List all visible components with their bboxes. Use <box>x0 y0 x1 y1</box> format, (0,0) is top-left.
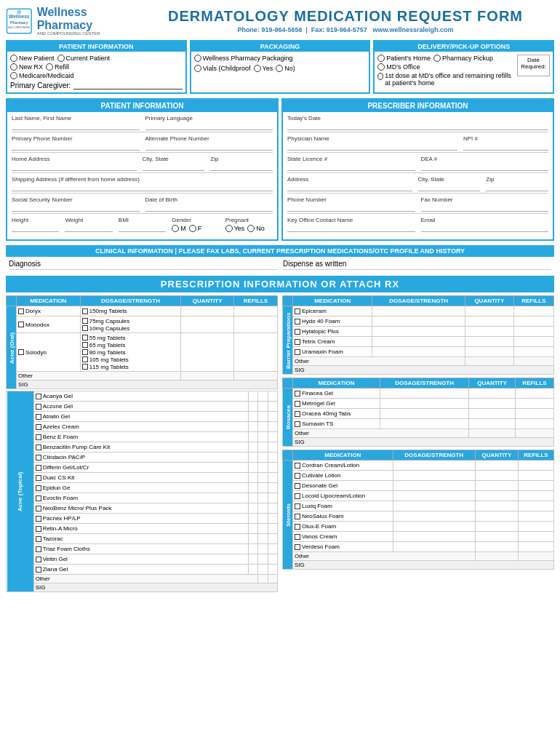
pregnant-no-option[interactable]: No <box>247 225 265 232</box>
azelex-checkbox[interactable] <box>36 424 41 430</box>
alternate-phone-field[interactable]: Alternate Phone Number <box>145 135 273 151</box>
neobenz-checkbox[interactable] <box>36 506 41 511</box>
doryx-checkbox[interactable] <box>18 308 24 314</box>
acanya-dosage[interactable] <box>248 391 257 402</box>
prescriber-city-state-field[interactable]: City, State <box>418 176 481 191</box>
acanya-refills[interactable] <box>268 391 277 402</box>
pregnant-yes-radio[interactable] <box>225 225 233 232</box>
female-radio[interactable] <box>189 225 196 232</box>
luxiq-checkbox[interactable] <box>295 503 300 509</box>
dea-field[interactable]: DEA # <box>421 156 549 171</box>
verdeso-checkbox[interactable] <box>295 544 300 550</box>
solodyn-checkbox[interactable] <box>18 349 24 355</box>
sumaxin-checkbox[interactable] <box>295 421 300 427</box>
male-option[interactable]: M <box>172 225 186 232</box>
zip-field[interactable]: Zip <box>210 156 273 171</box>
acanya-quantity[interactable] <box>258 391 268 402</box>
benzacillin-checkbox[interactable] <box>36 445 41 450</box>
dispense-field[interactable]: Dispense as written <box>283 260 551 270</box>
solodyn-105-checkbox[interactable] <box>82 356 88 362</box>
retin-a-checkbox[interactable] <box>36 526 41 532</box>
evoclin-checkbox[interactable] <box>36 495 41 501</box>
cordran-checkbox[interactable] <box>295 463 300 469</box>
doryx-quantity[interactable] <box>181 306 234 316</box>
locoid-checkbox[interactable] <box>295 493 300 499</box>
yes-option[interactable]: Yes <box>254 65 273 72</box>
olux-e-checkbox[interactable] <box>295 524 300 530</box>
patients-home-radio[interactable] <box>377 55 385 62</box>
monodox-75-checkbox[interactable] <box>82 318 88 324</box>
clindacin-checkbox[interactable] <box>36 455 41 461</box>
solodyn-80-checkbox[interactable] <box>82 349 88 355</box>
home-address-field[interactable]: Home Address <box>12 156 137 171</box>
pharmacy-pickup-radio[interactable] <box>433 55 441 62</box>
physician-name-field[interactable]: Physician Name <box>287 135 457 151</box>
female-option[interactable]: F <box>189 225 202 232</box>
acne-oral-other-quantity[interactable] <box>181 372 234 381</box>
benz-e-checkbox[interactable] <box>36 434 41 440</box>
ssn-field[interactable]: Social Security Number <box>12 196 140 212</box>
pacnex-checkbox[interactable] <box>36 516 41 522</box>
new-patient-option[interactable]: New Patient <box>10 55 55 62</box>
city-state-field[interactable]: City, State <box>143 156 205 171</box>
duac-checkbox[interactable] <box>36 475 41 481</box>
first-dose-radio[interactable] <box>377 73 383 80</box>
pregnant-no-radio[interactable] <box>247 225 255 232</box>
weight-field[interactable]: Weight <box>65 217 112 232</box>
refill-radio[interactable] <box>46 63 53 71</box>
solodyn-55-checkbox[interactable] <box>82 335 88 340</box>
aczone-checkbox[interactable] <box>36 404 41 410</box>
new-patient-radio[interactable] <box>10 55 17 62</box>
epiduo-checkbox[interactable] <box>36 485 41 491</box>
atralin-checkbox[interactable] <box>36 414 41 420</box>
vials-radio[interactable] <box>194 65 201 72</box>
primary-language-field[interactable]: Primary Language <box>145 115 273 130</box>
solodyn-115-checkbox[interactable] <box>82 364 88 370</box>
wellness-packaging-radio[interactable] <box>194 55 201 62</box>
todays-date-field[interactable]: Today's Date <box>287 115 548 130</box>
solodyn-65-checkbox[interactable] <box>82 342 88 348</box>
finacea-checkbox[interactable] <box>295 391 300 397</box>
current-patient-radio[interactable] <box>57 55 65 62</box>
solodyn-quantity[interactable] <box>181 333 234 372</box>
medicare-radio[interactable] <box>10 72 17 79</box>
neosalus-checkbox[interactable] <box>295 514 300 519</box>
primary-caregiver-field[interactable] <box>73 81 182 89</box>
prescriber-zip-field[interactable]: Zip <box>486 176 548 191</box>
dob-field[interactable]: Date of Birth <box>145 196 273 212</box>
last-name-field[interactable]: Last Name, First Name <box>12 115 140 130</box>
doryx-refills[interactable] <box>233 306 277 316</box>
cutivate-checkbox[interactable] <box>295 473 300 479</box>
medicare-option[interactable]: Medicare/Medicaid <box>10 72 74 79</box>
monodox-10-checkbox[interactable] <box>82 325 88 331</box>
prescriber-address-field[interactable]: Address <box>287 176 412 191</box>
acne-oral-other-refills[interactable] <box>233 372 277 381</box>
acanya-checkbox[interactable] <box>36 394 41 399</box>
no-radio[interactable] <box>276 65 283 72</box>
epiceram-checkbox[interactable] <box>295 308 300 314</box>
key-contact-field[interactable]: Key Office Contact Name <box>287 217 415 232</box>
desonate-checkbox[interactable] <box>295 483 300 489</box>
phone-number-field[interactable]: Phone Number <box>287 196 415 212</box>
tetrix-checkbox[interactable] <box>295 339 300 345</box>
veltin-checkbox[interactable] <box>36 557 41 562</box>
wellness-packaging-option[interactable]: Wellness Pharmacy Packaging <box>194 55 293 62</box>
refill-option[interactable]: Refill <box>46 63 69 71</box>
hylatopic-checkbox[interactable] <box>295 329 300 335</box>
hydo-checkbox[interactable] <box>295 319 300 324</box>
pharmacy-pickup-option[interactable]: Pharmacy Pickup <box>433 55 493 62</box>
height-field[interactable]: Height <box>12 217 59 232</box>
bmi-field[interactable]: BMI <box>119 217 166 232</box>
new-rx-option[interactable]: New RX <box>10 63 43 71</box>
male-radio[interactable] <box>172 225 179 232</box>
metrogel-checkbox[interactable] <box>295 401 300 407</box>
yes-radio[interactable] <box>254 65 261 72</box>
doryx-150-checkbox[interactable] <box>82 308 88 314</box>
differin-checkbox[interactable] <box>36 465 41 471</box>
diagnosis-field[interactable]: Diagnosis <box>9 260 277 270</box>
vials-option[interactable]: Vials (Childproof <box>194 65 251 72</box>
no-option[interactable]: No) <box>276 65 295 72</box>
pregnant-yes-option[interactable]: Yes <box>225 225 245 232</box>
email-field[interactable]: Email <box>421 217 549 232</box>
shipping-address-field[interactable]: Shipping Address (if different from home… <box>12 176 273 191</box>
